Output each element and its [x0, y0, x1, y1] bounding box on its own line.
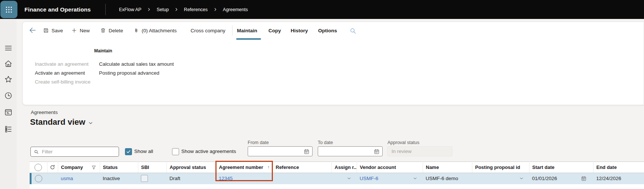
- column-header-assign-r[interactable]: Assign r...: [331, 162, 357, 173]
- back-arrow-icon[interactable]: [28, 26, 37, 35]
- row-select-radio[interactable]: [35, 175, 42, 182]
- cell-sbi[interactable]: [138, 173, 166, 184]
- column-header-status[interactable]: Status: [100, 162, 138, 173]
- tab-maintain[interactable]: Maintain: [237, 27, 257, 34]
- save-floppy-icon: [43, 27, 49, 33]
- column-label: Vendor account: [360, 164, 396, 170]
- column-header-posting-proposal-id[interactable]: Posting proposal id: [472, 162, 529, 173]
- column-header-start-date[interactable]: Start date: [529, 162, 593, 173]
- tab-options[interactable]: Options: [318, 27, 337, 34]
- column-header-end-date[interactable]: End date: [593, 162, 644, 173]
- approval-status-value: Draft: [169, 176, 180, 181]
- breadcrumb-chevron-icon: [174, 7, 178, 12]
- cell-posting-proposal-id[interactable]: [472, 173, 529, 184]
- chevron-down-icon[interactable]: [519, 176, 524, 181]
- calendar-icon[interactable]: [304, 149, 310, 154]
- view-selector[interactable]: Standard view: [30, 117, 93, 127]
- show-active-agreements-checkbox[interactable]: [172, 148, 179, 155]
- company-link[interactable]: usma: [61, 176, 73, 181]
- filter-input[interactable]: [41, 149, 116, 155]
- recent-clock-icon[interactable]: [4, 91, 13, 100]
- save-button[interactable]: Save: [43, 27, 63, 34]
- cell-end-date[interactable]: 12/24/2026: [593, 173, 644, 184]
- cell-assign-r[interactable]: [331, 173, 357, 184]
- column-header-approval-status[interactable]: Approval status: [166, 162, 216, 173]
- cell-start-date[interactable]: 01/01/2026: [529, 173, 593, 184]
- search-icon[interactable]: [349, 27, 357, 35]
- cell-vendor-account[interactable]: USMF-6: [357, 173, 423, 184]
- workspaces-icon[interactable]: [4, 108, 13, 117]
- delete-button[interactable]: Delete: [100, 27, 123, 34]
- app-launcher-button[interactable]: [0, 1, 17, 18]
- chevron-down-icon[interactable]: [347, 176, 351, 181]
- calendar-icon[interactable]: [581, 176, 587, 181]
- column-label: Posting proposal id: [475, 164, 520, 170]
- cross-company-button[interactable]: Cross company: [191, 27, 225, 34]
- breadcrumb-current-page[interactable]: Agreements: [223, 7, 248, 12]
- cell-agreement-number[interactable]: 12345: [216, 173, 273, 184]
- menu-item-calculate-sales-tax[interactable]: Calculate actual sales tax amount: [99, 61, 174, 67]
- new-button-label: New: [80, 28, 90, 33]
- app-title: Finance and Operations: [24, 0, 91, 19]
- breadcrumb: ExFlow AP Setup References Agreements: [119, 0, 248, 19]
- vendor-account-link[interactable]: USMF-6: [360, 176, 378, 181]
- column-label: Name: [426, 164, 439, 170]
- new-button[interactable]: New: [71, 27, 90, 34]
- tab-copy[interactable]: Copy: [268, 27, 281, 34]
- row-select-cell[interactable]: [30, 173, 47, 184]
- column-header-agreement-number[interactable]: Agreement number: [216, 162, 273, 173]
- cell-reference[interactable]: [273, 173, 331, 184]
- cell-status[interactable]: Inactive: [100, 173, 138, 184]
- grid-header-row: Company Status SBI Approval status Agree…: [30, 162, 644, 173]
- tab-options-label: Options: [318, 28, 337, 33]
- action-pane: Save New Delete (0) Attachments Cross co…: [22, 22, 644, 105]
- calendar-icon[interactable]: [374, 149, 380, 154]
- select-all-header[interactable]: [30, 162, 47, 173]
- waffle-icon: [5, 6, 13, 14]
- breadcrumb-setup[interactable]: Setup: [156, 7, 169, 12]
- refresh-icon[interactable]: [49, 164, 56, 170]
- from-date-input[interactable]: [248, 146, 313, 156]
- table-row[interactable]: usma Inactive Draft 12345 USMF-6 USMF-6 …: [30, 173, 644, 184]
- attachments-button[interactable]: (0) Attachments: [133, 27, 177, 34]
- chevron-down-icon[interactable]: [413, 176, 417, 181]
- tab-history[interactable]: History: [291, 27, 308, 34]
- column-header-vendor-account[interactable]: Vendor account: [357, 162, 423, 173]
- column-header-reference[interactable]: Reference: [273, 162, 331, 173]
- chevron-down-icon: [88, 120, 93, 126]
- check-icon: [126, 149, 131, 154]
- cell-approval-status[interactable]: Draft: [166, 173, 216, 184]
- column-header-name[interactable]: Name: [423, 162, 472, 173]
- hamburger-menu-icon[interactable]: [4, 44, 13, 52]
- breadcrumb-references[interactable]: References: [184, 7, 208, 12]
- select-all-radio[interactable]: [34, 164, 42, 171]
- filter-funnel-icon[interactable]: [91, 165, 96, 170]
- modules-list-icon[interactable]: [4, 125, 13, 133]
- menu-item-posting-proposal-advanced[interactable]: Posting proposal advanced: [99, 70, 159, 76]
- form-caption: Agreements: [31, 110, 58, 115]
- to-date-input[interactable]: [318, 146, 383, 156]
- view-title-label: Standard view: [30, 117, 85, 127]
- breadcrumb-chevron-icon: [147, 7, 151, 12]
- refresh-header[interactable]: [47, 162, 58, 173]
- cell-name[interactable]: USMF-6 demo: [423, 173, 472, 184]
- attachments-button-label: (0) Attachments: [142, 28, 177, 33]
- approval-status-filter-label: Approval status: [387, 140, 419, 145]
- breadcrumb-module[interactable]: ExFlow AP: [119, 7, 141, 12]
- column-header-company[interactable]: Company: [58, 162, 100, 173]
- tab-copy-label: Copy: [268, 28, 281, 33]
- show-all-checkbox[interactable]: [125, 148, 132, 155]
- agreement-number-link[interactable]: 12345: [219, 176, 233, 181]
- favorites-star-icon[interactable]: [4, 75, 13, 84]
- cell-company[interactable]: usma: [58, 173, 100, 184]
- name-value: USMF-6 demo: [426, 176, 458, 181]
- menu-item-create-self-billing-invoice: Create self-billing invoice: [35, 79, 90, 85]
- plus-icon: [71, 27, 77, 33]
- menu-item-activate-agreement[interactable]: Activate an agreement: [35, 70, 85, 76]
- column-header-sbi[interactable]: SBI: [138, 162, 166, 173]
- top-nav-bar: Finance and Operations ExFlow AP Setup R…: [0, 0, 644, 19]
- home-icon[interactable]: [4, 59, 13, 68]
- sbi-checkbox[interactable]: [141, 175, 148, 182]
- column-label: Reference: [276, 164, 299, 170]
- grid-filter-field[interactable]: [30, 147, 119, 157]
